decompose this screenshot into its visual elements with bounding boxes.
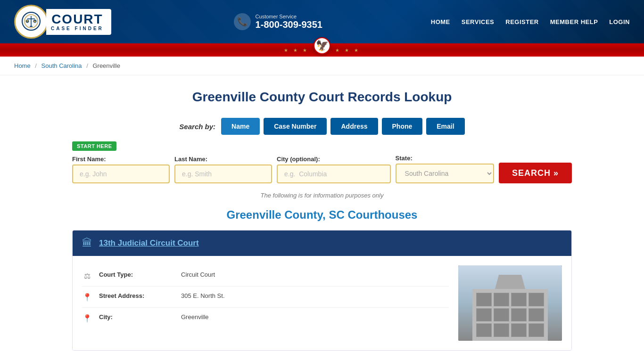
city-group: City (optional): (277, 156, 391, 183)
last-name-group: Last Name: (174, 156, 272, 183)
search-by-label: Search by: (179, 123, 215, 131)
tab-email[interactable]: Email (426, 118, 464, 135)
main-nav: HOME SERVICES REGISTER MEMBER HELP LOGIN (431, 18, 630, 25)
tab-case-number[interactable]: Case Number (264, 118, 327, 135)
city-detail-value: Greenville (181, 313, 209, 321)
info-note: The following is for information purpose… (72, 192, 572, 199)
city-input[interactable] (277, 165, 391, 183)
svg-rect-6 (30, 26, 33, 27)
courthouse-header: 🏛 13th Judicial Circuit Court (73, 230, 571, 256)
court-type-label: Court Type: (99, 271, 174, 278)
form-container: START HERE First Name: Last Name: City (… (72, 141, 572, 183)
banner-strip: ★ ★ ★ 🦅 ★ ★ ★ (0, 43, 644, 57)
last-name-label: Last Name: (174, 156, 272, 163)
breadcrumb-county: Greenville (92, 62, 120, 69)
nav-login[interactable]: LOGIN (609, 18, 630, 25)
breadcrumb-sep-1: / (35, 62, 37, 69)
page-title: Greenville County Court Records Lookup (72, 90, 572, 105)
address-label: Street Address: (99, 292, 174, 299)
logo-area[interactable]: COURT CASE FINDER (14, 5, 111, 39)
city-label: City (optional): (277, 156, 391, 163)
breadcrumb-home[interactable]: Home (14, 62, 31, 69)
first-name-label: First Name: (72, 156, 170, 163)
court-type-value: Circuit Court (181, 271, 215, 278)
logo-circle (14, 5, 48, 39)
city-detail-label: City: (99, 313, 174, 321)
tab-name[interactable]: Name (221, 118, 260, 135)
search-form-row: First Name: Last Name: City (optional): … (72, 155, 572, 183)
logo-case-finder-text: CASE FINDER (51, 26, 104, 31)
logo-text-area: COURT CASE FINDER (46, 9, 111, 35)
state-group: State: South Carolina Alabama Alaska Ari… (396, 155, 494, 183)
city-icon: 📍 (82, 314, 92, 323)
cs-phone: 1-800-309-9351 (256, 19, 322, 30)
courthouse-body: ⚖ Court Type: Circuit Court 📍 Street Add… (73, 256, 571, 350)
search-section: Search by: Name Case Number Address Phon… (72, 118, 572, 199)
customer-service: 📞 Customer Service 1-800-309-9351 (234, 13, 322, 30)
address-row: 📍 Street Address: 305 E. North St. (82, 287, 449, 308)
svg-point-5 (33, 20, 36, 23)
nav-member-help[interactable]: MEMBER HELP (550, 18, 598, 25)
tab-phone[interactable]: Phone (382, 118, 423, 135)
star-left: ★ ★ ★ (284, 48, 309, 53)
cs-label: Customer Service (256, 14, 322, 19)
gavel-icon: ⚖ (82, 272, 92, 280)
breadcrumb: Home / South Carolina / Greenville (0, 57, 644, 75)
eagle-area: ★ ★ ★ 🦅 ★ ★ ★ (284, 46, 360, 54)
city-row: 📍 City: Greenville (82, 308, 449, 329)
location-icon: 📍 (82, 293, 92, 302)
svg-point-4 (26, 20, 29, 23)
search-button[interactable]: SEARCH » (499, 163, 572, 183)
courthouses-title: Greenville County, SC Courthouses (72, 208, 572, 222)
tab-address[interactable]: Address (330, 118, 378, 135)
state-select[interactable]: South Carolina Alabama Alaska Arizona Ca… (396, 164, 494, 183)
court-type-row: ⚖ Court Type: Circuit Court (82, 265, 449, 287)
start-here-badge: START HERE (72, 141, 116, 151)
nav-register[interactable]: REGISTER (505, 18, 538, 25)
courthouse-header-icon: 🏛 (82, 237, 92, 249)
phone-icon: 📞 (234, 13, 251, 30)
star-right: ★ ★ ★ (335, 48, 360, 53)
first-name-group: First Name: (72, 156, 170, 183)
courthouse-image (458, 265, 562, 341)
nav-home[interactable]: HOME (431, 18, 450, 25)
address-value: 305 E. North St. (181, 292, 225, 299)
breadcrumb-state[interactable]: South Carolina (41, 62, 82, 69)
nav-services[interactable]: SERVICES (462, 18, 495, 25)
eagle-icon: 🦅 (314, 37, 330, 54)
courthouse-name[interactable]: 13th Judicial Circuit Court (99, 239, 199, 248)
search-by-row: Search by: Name Case Number Address Phon… (72, 118, 572, 135)
courthouse-card: 🏛 13th Judicial Circuit Court ⚖ Court Ty… (72, 230, 572, 351)
breadcrumb-sep-2: / (86, 62, 88, 69)
courthouse-details: ⚖ Court Type: Circuit Court 📍 Street Add… (82, 265, 449, 341)
state-label: State: (396, 155, 494, 162)
main-content: Greenville County Court Records Lookup S… (63, 75, 581, 362)
last-name-input[interactable] (174, 165, 272, 183)
first-name-input[interactable] (72, 165, 170, 183)
logo-court-text: COURT (51, 13, 103, 26)
